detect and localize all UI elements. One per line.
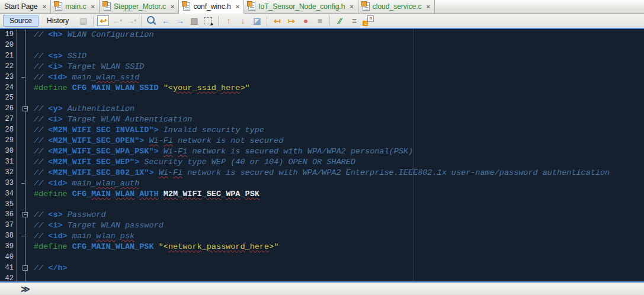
- code-line[interactable]: 36// <s> Password: [0, 210, 644, 220]
- code-text: // <i> Target WLAN Authentication: [25, 114, 644, 125]
- tab-iot-sensor-node-config-h[interactable]: IoT_Sensor_Node_config.h×: [244, 0, 358, 13]
- header-file-icon: [248, 2, 255, 11]
- close-icon[interactable]: ×: [427, 3, 430, 10]
- code-line[interactable]: 19// <h> WLAN Configuration: [0, 30, 644, 40]
- previous-bookmark-icon[interactable]: ↑: [222, 15, 235, 27]
- tab-cloud-service-c[interactable]: cloud_service.c×: [358, 0, 435, 13]
- line-number[interactable]: 33: [0, 178, 17, 189]
- line-number[interactable]: 25: [0, 93, 17, 104]
- code-line[interactable]: 26// <y> Authentication: [0, 104, 644, 114]
- fold-collapse-icon[interactable]: [23, 212, 28, 217]
- line-number[interactable]: 22: [0, 62, 17, 72]
- tab-main-c[interactable]: main.c×: [51, 0, 100, 13]
- code-line[interactable]: 23// <id> main_wlan_ssid: [0, 72, 644, 83]
- line-number[interactable]: 21: [0, 51, 17, 62]
- find-selection-icon[interactable]: [145, 15, 158, 27]
- line-number[interactable]: 41: [0, 263, 17, 274]
- last-edit-position-icon[interactable]: ↩: [97, 15, 109, 26]
- code-line[interactable]: 33// <id> main_wlan_auth: [0, 178, 644, 189]
- code-text: // <M2M_WIFI_SEC_OPEN"> Wi-Fi network is…: [25, 136, 644, 146]
- toggle-bookmark-icon[interactable]: ◪: [251, 15, 263, 27]
- uncomment-icon[interactable]: ≡: [348, 15, 360, 27]
- fold-column: [17, 136, 25, 146]
- rectangular-selection-icon[interactable]: [202, 15, 214, 27]
- close-icon[interactable]: ×: [43, 3, 46, 10]
- code-text: // <M2M_WIFI_SEC_802_1X"> Wi-Fi network …: [25, 168, 644, 178]
- code-line[interactable]: 31// <M2M_WIFI_SEC_WEP"> Security type W…: [0, 157, 644, 168]
- close-icon[interactable]: ×: [171, 3, 174, 10]
- code-line[interactable]: 20: [0, 40, 644, 51]
- fold-column: [17, 252, 25, 263]
- line-number[interactable]: 32: [0, 168, 17, 178]
- fold-collapse-icon[interactable]: [23, 106, 28, 111]
- code-text: // <id> main_wlan_auth: [25, 178, 644, 189]
- code-line[interactable]: 41// </h>: [0, 263, 644, 274]
- code-line[interactable]: 21// <s> SSID: [0, 51, 644, 62]
- line-number[interactable]: 23: [0, 72, 17, 83]
- shift-line-left-icon[interactable]: ↤: [271, 15, 283, 27]
- code-line[interactable]: 34#define CFG_MAIN_WLAN_AUTH M2M_WIFI_SE…: [0, 189, 644, 200]
- line-number[interactable]: 20: [0, 40, 17, 51]
- source-button[interactable]: Source: [3, 15, 39, 27]
- code-line[interactable]: 22// <i> Target WLAN SSID: [0, 62, 644, 72]
- code-line[interactable]: 37// <i> Target WLAN password: [0, 220, 644, 231]
- toolbar-separator: [329, 16, 330, 26]
- fold-column: [17, 178, 25, 189]
- line-number[interactable]: 27: [0, 114, 17, 125]
- line-number[interactable]: 39: [0, 242, 17, 252]
- line-number[interactable]: 31: [0, 157, 17, 168]
- tab-conf-winc-h[interactable]: conf_winc.h×: [179, 0, 244, 14]
- fold-column: [17, 231, 25, 242]
- code-line[interactable]: 35: [0, 200, 644, 210]
- line-number[interactable]: 40: [0, 252, 17, 263]
- line-number[interactable]: 35: [0, 200, 17, 210]
- code-text: [25, 40, 644, 51]
- code-line[interactable]: 29// <M2M_WIFI_SEC_OPEN"> Wi-Fi network …: [0, 136, 644, 146]
- close-icon[interactable]: ×: [236, 3, 239, 10]
- fold-column: [17, 114, 25, 125]
- line-number[interactable]: 37: [0, 220, 17, 231]
- line-number[interactable]: 30: [0, 146, 17, 157]
- fold-column: [17, 125, 25, 136]
- stop-macro-recording-icon[interactable]: ■: [313, 15, 326, 27]
- line-number[interactable]: 36: [0, 210, 17, 220]
- find-previous-occurrence-icon[interactable]: ←: [159, 15, 172, 27]
- code-line[interactable]: 25: [0, 93, 644, 104]
- next-bookmark-icon[interactable]: ↓: [236, 15, 249, 27]
- code-line[interactable]: 40: [0, 252, 644, 263]
- tab-stepper-motor-c[interactable]: Stepper_Motor.c×: [100, 0, 180, 13]
- code-line[interactable]: 27// <i> Target WLAN Authentication: [0, 114, 644, 125]
- code-line[interactable]: 30// <M2M_WIFI_SEC_WPA_PSK"> Wi-Fi netwo…: [0, 146, 644, 157]
- double-chevron-icon[interactable]: ≫: [21, 284, 30, 294]
- line-number[interactable]: 42: [0, 274, 17, 283]
- close-icon[interactable]: ×: [91, 3, 94, 10]
- shift-line-right-icon[interactable]: ↦: [285, 15, 297, 27]
- comment-icon[interactable]: ∕∕: [334, 15, 346, 27]
- line-number[interactable]: 34: [0, 189, 17, 200]
- code-line[interactable]: 38// <id> main_wlan_psk: [0, 231, 644, 242]
- close-icon[interactable]: ×: [350, 3, 353, 10]
- fold-end-tick: [21, 183, 25, 184]
- code-line[interactable]: 42: [0, 274, 644, 283]
- toggle-header-source-icon[interactable]: [362, 15, 374, 27]
- code-line[interactable]: 32// <M2M_WIFI_SEC_802_1X"> Wi-Fi networ…: [0, 168, 644, 178]
- line-number[interactable]: 24: [0, 83, 17, 94]
- line-number[interactable]: 26: [0, 104, 17, 114]
- forward-icon: →▾: [125, 15, 137, 27]
- fold-column: [17, 200, 25, 210]
- code-editor[interactable]: 19// <h> WLAN Configuration2021// <s> SS…: [0, 28, 644, 283]
- fold-collapse-icon[interactable]: [23, 265, 28, 271]
- tab-start-page[interactable]: Start Page×: [0, 0, 51, 13]
- line-number[interactable]: 28: [0, 125, 17, 136]
- line-number[interactable]: 38: [0, 231, 17, 242]
- code-line[interactable]: 24#define CFG_MAIN_WLAN_SSID "<your_ssid…: [0, 83, 644, 94]
- fold-column: [17, 168, 25, 178]
- start-macro-recording-icon[interactable]: ●: [299, 15, 312, 27]
- line-number[interactable]: 19: [0, 30, 17, 40]
- code-line[interactable]: 28// <M2M_WIFI_SEC_INVALID"> Invalid sec…: [0, 125, 644, 136]
- code-line[interactable]: 39#define CFG_MAIN_WLAN_PSK "<network_pa…: [0, 242, 644, 252]
- find-next-occurrence-icon[interactable]: →: [174, 15, 186, 27]
- history-button[interactable]: History: [40, 15, 75, 27]
- toggle-highlight-search-icon[interactable]: ▧: [188, 15, 200, 27]
- line-number[interactable]: 29: [0, 136, 17, 146]
